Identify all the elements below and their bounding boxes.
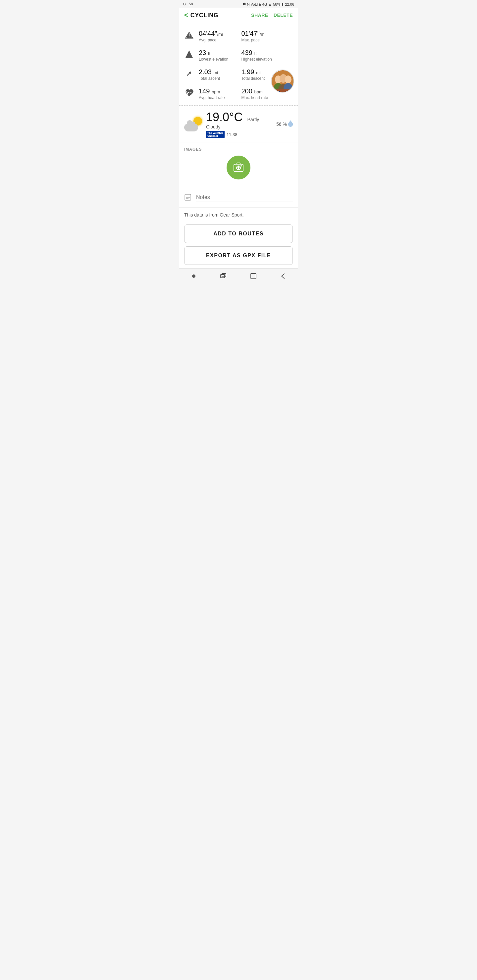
weather-temp-row: 19.0°C Partly Cloudy [206,110,272,129]
status-bar: ⊖ 58 ✱ N VoLTE 4G ▲ 58% ▮ 22:06 [179,0,298,8]
clock: 22:06 [285,2,294,6]
export-gpx-button[interactable]: EXPORT AS GPX FILE [184,246,293,265]
lowest-elev-label: Lowest elevation [199,57,228,62]
avg-hr-label: Avg. heart rate [199,95,225,100]
total-ascent-info: 2.03 mi Total ascent [199,68,220,81]
total-descent-info: 1.99 mi Total descent [241,68,265,81]
stats-row-elevation: 23 ft Lowest elevation 439 ft Highest el… [184,46,293,65]
stats-row-pace: 04'44"/mi Avg. pace 01'47"/mi Max. pace [184,27,293,46]
svg-rect-28 [251,274,256,279]
svg-rect-11 [189,37,190,37]
add-to-routes-button[interactable]: ADD TO ROUTES [184,224,293,243]
total-descent-value: 1.99 mi [241,68,265,76]
network-icons: N VoLTE 4G ▲ [247,2,272,6]
status-right: ✱ N VoLTE 4G ▲ 58% ▮ 22:06 [243,2,294,6]
avg-pace-label: Avg. pace [199,38,223,42]
svg-point-25 [192,274,195,278]
images-label: IMAGES [184,147,293,152]
weather-section: 19.0°C Partly Cloudy The WeatherChannel … [179,106,298,142]
max-hr-info: 200 bpm Max. heart rate [241,88,268,100]
notes-input[interactable] [196,194,293,202]
highest-elevation-stat: 439 ft Highest elevation [236,49,293,62]
back-button[interactable]: < [184,11,188,19]
max-pace-label: Max. pace [241,38,266,42]
data-source-text: This data is from Gear Sport. [184,212,244,218]
weather-info: 19.0°C Partly Cloudy The WeatherChannel … [206,110,272,138]
svg-rect-10 [189,33,190,36]
page-title: CYCLING [190,12,219,19]
bottom-nav [179,268,298,283]
weather-source-row: The WeatherChannel 11:38 [206,131,272,138]
svg-rect-27 [222,274,226,277]
lowest-elevation-stat: 23 ft Lowest elevation [184,49,236,62]
weather-channel-badge: The WeatherChannel [206,131,225,138]
avg-hr-value: 149 bpm [199,88,225,95]
weather-temperature: 19.0°C [206,110,246,124]
ascent-icon [184,69,194,78]
buttons-section: ADD TO ROUTES EXPORT AS GPX FILE [179,221,298,268]
back-nav-button[interactable] [279,272,287,280]
highest-elev-info: 439 ft Highest elevation [241,49,272,62]
weather-time: 11:38 [227,132,238,137]
avg-hr-info: 149 bpm Avg. heart rate [199,88,225,100]
status-left: ⊖ 58 [183,2,193,6]
total-ascent-value: 2.03 mi [199,68,220,76]
overview-button[interactable] [250,272,257,280]
max-pace-value: 01'47"/mi [241,30,266,37]
svg-rect-26 [221,274,225,278]
home-button[interactable] [190,272,198,280]
max-hr-value: 200 bpm [241,88,268,95]
total-descent-label: Total descent [241,76,265,81]
svg-point-3 [285,75,292,83]
humidity-value: 56 % [276,121,287,127]
add-image-button[interactable] [227,156,250,180]
delete-button[interactable]: DELETE [274,13,293,18]
svg-marker-12 [185,50,193,58]
notes-section [179,189,298,208]
user-avatar: ENGLAND [271,70,294,93]
total-ascent-label: Total ascent [199,76,220,81]
data-source: This data is from Gear Sport. [179,208,298,221]
lowest-elev-value: 23 ft [199,49,228,57]
weather-icon [184,117,202,131]
max-pace-info: 01'47"/mi Max. pace [241,30,266,42]
highest-elev-value: 439 ft [241,49,272,57]
avatar-image: ENGLAND [272,70,294,93]
total-ascent-stat: 2.03 mi Total ascent [184,68,236,81]
svg-point-18 [241,165,242,167]
mountain-icon [184,50,194,59]
road-icon [184,30,194,40]
battery-icon: ▮ [282,2,284,6]
highest-elev-label: Highest elevation [241,57,272,62]
avg-pace-value: 04'44"/mi [199,30,223,37]
notes-icon [184,194,191,203]
battery-level: 58% [273,2,280,6]
heartrate-icon [184,88,194,97]
avg-pace-stat: 04'44"/mi Avg. pace [184,30,236,42]
stats-section: ENGLAND 04'44"/mi Avg. pace [179,23,298,106]
max-pace-stat: 01'47"/mi Max. pace [236,30,293,42]
avg-pace-info: 04'44"/mi Avg. pace [199,30,223,42]
bluetooth-icon: ✱ [243,2,246,6]
lowest-elev-info: 23 ft Lowest elevation [199,49,228,62]
weather-humidity: 56 % [276,121,293,128]
header-left: < CYCLING [184,11,218,19]
recent-apps-button[interactable] [220,272,227,280]
app-header: < CYCLING SHARE DELETE [179,8,298,23]
images-section: IMAGES [179,142,298,189]
cloud-icon [184,124,198,131]
share-button[interactable]: SHARE [251,13,268,18]
header-actions: SHARE DELETE [251,13,293,18]
status-icons: ⊖ 58 [183,2,193,6]
avg-heartrate-stat: 149 bpm Avg. heart rate [184,88,236,100]
max-hr-label: Max. heart rate [241,95,268,100]
humidity-icon [288,121,293,128]
